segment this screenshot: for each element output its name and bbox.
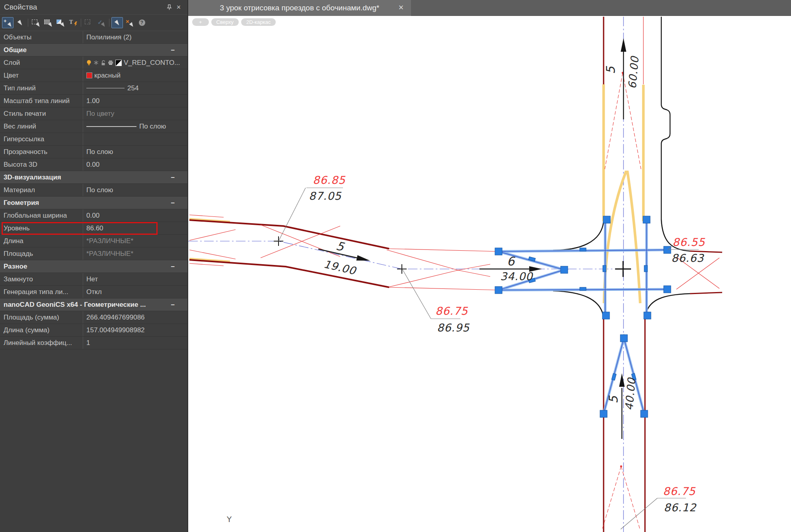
window-selection-button[interactable] — [30, 17, 42, 28]
property-value[interactable]: Нет — [83, 275, 187, 283]
property-row-plotstyle: Стиль печати По цвету — [0, 107, 187, 120]
property-label: Вес линий — [0, 120, 83, 133]
freeze-icon — [94, 60, 99, 65]
add-to-selection-button[interactable]: + — [2, 17, 14, 28]
close-icon[interactable]: × — [174, 2, 183, 12]
section-geonics[interactable]: nanoCAD GeoniCS x64 - Геометрические ...… — [0, 298, 187, 311]
property-value[interactable]: 86.60 — [83, 224, 187, 232]
clear-selection-button[interactable]: × — [124, 17, 135, 28]
panel-title: Свойства — [4, 3, 37, 12]
property-value[interactable]: 266.409467699086 — [83, 314, 187, 322]
collapse-icon[interactable]: – — [171, 199, 175, 207]
property-row-objects: Объекты Полилиния (2) — [0, 31, 187, 44]
property-row-linetype: Тип линий 254 — [0, 82, 187, 95]
tab-close-icon[interactable]: × — [396, 2, 406, 13]
section-misc[interactable]: Разное – — [0, 260, 187, 273]
property-label: Площадь — [0, 247, 83, 260]
property-row-closed: Замкнуто Нет — [0, 273, 187, 286]
question-icon: ? — [139, 19, 145, 26]
dim-length: 60.00 — [626, 55, 641, 89]
property-row-area: Площадь *РАЗЛИЧНЫЕ* — [0, 247, 187, 260]
property-value[interactable]: *РАЗЛИЧНЫЕ* — [83, 237, 187, 245]
apply-selection-button-disabled[interactable]: ✓ — [95, 17, 107, 28]
property-value[interactable]: По слою — [83, 186, 187, 194]
value-text: *РАЗЛИЧНЫЕ* — [86, 237, 133, 245]
property-row-length-sum: Длина (сумма) 157.004949908982 — [0, 324, 187, 337]
toolbar-separator — [28, 19, 28, 27]
collapse-icon[interactable]: – — [171, 263, 175, 271]
property-value[interactable]: V_RED_CONTO... — [83, 59, 187, 67]
document-tab[interactable]: 3 урок отрисовка проездов с обочинами.dw… — [188, 0, 411, 16]
color-swatch-red — [86, 72, 92, 78]
value-text: красный — [94, 72, 121, 80]
collapse-icon[interactable]: – — [171, 46, 175, 54]
drawing-canvas[interactable]: + Сверху 2D-каркас — [188, 16, 791, 532]
elevation-black: 86.95 — [437, 322, 470, 334]
property-value[interactable]: 254 — [83, 84, 187, 92]
fence-selection-button[interactable] — [55, 17, 66, 28]
property-value[interactable]: По слою — [83, 123, 187, 131]
lightbulb-icon — [86, 60, 92, 66]
dim-width: 6 — [507, 254, 516, 268]
layer-color-swatch — [115, 60, 122, 66]
section-general[interactable]: Общие – — [0, 44, 187, 57]
pointer-mode-button[interactable] — [111, 17, 123, 28]
cad-drawing[interactable]: 86.85 87.05 86.75 86.95 86.55 86.63 86.7… — [188, 16, 791, 532]
property-value[interactable]: По слою — [83, 148, 187, 156]
property-row-linetype-scale: Масштаб типа линий 1.00 — [0, 95, 187, 107]
properties-panel: Свойства × + T ↑ ✓ × ? — [0, 0, 188, 532]
pin-icon-glyph — [166, 4, 172, 10]
property-row-length: Длина *РАЗЛИЧНЫЕ* — [0, 235, 187, 247]
plus-icon: + — [4, 18, 7, 24]
value-text: 157.004949908982 — [86, 326, 145, 334]
road-centerlines — [188, 17, 623, 532]
value-text: 1.00 — [86, 97, 99, 105]
property-row-material: Материал По слою — [0, 184, 187, 197]
section-label: Геометрия — [4, 199, 39, 207]
property-value[interactable]: 1 — [83, 339, 187, 347]
value-text: Откл — [86, 288, 102, 296]
quick-select-filter-button[interactable]: T — [67, 17, 79, 28]
application-window: Свойства × + T ↑ ✓ × ? — [0, 0, 791, 532]
properties-panel-header: Свойства × — [0, 0, 187, 14]
value-text: Полилиния (2) — [86, 33, 132, 41]
property-value[interactable]: 1.00 — [83, 97, 187, 105]
property-value[interactable]: По цвету — [83, 110, 187, 118]
property-label: Гиперссылка — [0, 133, 83, 145]
section-label: Общие — [4, 46, 27, 54]
property-row-hyperlink: Гиперссылка — [0, 133, 187, 146]
property-value[interactable]: красный — [83, 72, 187, 80]
cursor-icon — [129, 22, 135, 27]
section-geometry[interactable]: Геометрия – — [0, 197, 187, 209]
collapse-icon[interactable]: – — [171, 173, 175, 181]
property-label: Площадь (сумма) — [0, 311, 83, 323]
property-value[interactable]: 157.004949908982 — [83, 326, 187, 334]
property-value[interactable]: 0.00 — [83, 161, 187, 169]
move-up-button-disabled[interactable]: ↑ — [83, 17, 95, 28]
view-direction-button[interactable]: Сверху — [211, 18, 239, 26]
letter-t-icon: T — [69, 19, 73, 25]
section-label: Разное — [4, 263, 27, 271]
property-value[interactable]: 0.00 — [83, 212, 187, 220]
section-label: nanoCAD GeoniCS x64 - Геометрические ... — [4, 301, 146, 309]
property-row-layer: Слой V_RED_CONTO... — [0, 57, 187, 69]
property-value[interactable]: Полилиния (2) — [83, 33, 187, 41]
property-row-area-sum: Площадь (сумма) 266.409467699086 — [0, 311, 187, 324]
viewport-menu-button[interactable]: + — [192, 18, 209, 26]
property-row-color: Цвет красный — [0, 69, 187, 82]
orange-x-icon: × — [126, 18, 129, 25]
collapse-icon[interactable]: – — [171, 301, 175, 309]
cursor-icon — [8, 22, 13, 27]
crossing-selection-button[interactable] — [43, 17, 54, 28]
pin-icon[interactable] — [164, 2, 174, 12]
property-value[interactable]: *РАЗЛИЧНЫЕ* — [83, 250, 187, 258]
elevation-red: 86.85 — [313, 174, 346, 186]
help-button[interactable]: ? — [136, 17, 148, 28]
section-3d-visualization[interactable]: 3D-визуализация – — [0, 171, 187, 184]
vertex-cross-markers — [274, 236, 631, 277]
select-button[interactable] — [14, 17, 26, 28]
visual-style-button[interactable]: 2D-каркас — [241, 18, 276, 26]
value-text: 1 — [86, 339, 90, 347]
shoulder-yellow-lines — [189, 84, 643, 303]
property-value[interactable]: Откл — [83, 288, 187, 296]
